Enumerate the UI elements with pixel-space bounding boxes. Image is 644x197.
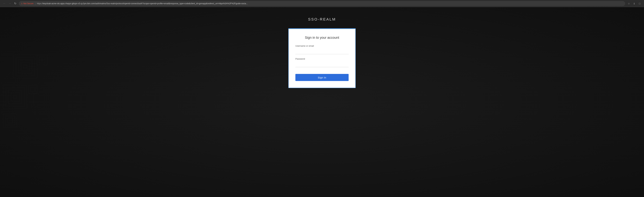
page-content: SSO-REALM Sign in to your account Userna… <box>0 7 644 197</box>
nav-buttons: ← → ↻ <box>2 1 18 6</box>
svg-rect-0 <box>14 55 37 78</box>
password-label: Password <box>296 58 348 60</box>
svg-rect-10 <box>8 90 22 104</box>
login-form: Username or email Password Sign In <box>296 44 348 81</box>
forward-icon: → <box>8 2 11 5</box>
svg-rect-14 <box>31 87 35 92</box>
username-input[interactable] <box>296 48 348 54</box>
separator: | <box>35 2 36 5</box>
svg-rect-5 <box>37 55 47 65</box>
warning-icon: ⚠ <box>21 2 23 5</box>
bookmark-button[interactable]: ☆ <box>626 1 631 6</box>
svg-rect-15 <box>3 114 17 127</box>
card-heading: Sign in to your account <box>296 36 348 40</box>
svg-rect-12 <box>14 95 17 99</box>
browser-actions: ☆ ⇓ □ <box>626 1 642 6</box>
svg-rect-7 <box>42 59 43 60</box>
login-card: Sign in to your account Username or emai… <box>288 28 356 88</box>
reload-icon: ↻ <box>14 2 16 5</box>
security-warning: ⚠ Not Secure <box>21 2 34 5</box>
svg-rect-18 <box>10 120 10 121</box>
url-domain: keycloak-acme-olo.apps.rhaqur-gitops-v3.… <box>43 2 248 5</box>
url-https: https:// <box>37 2 43 5</box>
sign-in-button[interactable]: Sign In <box>296 74 348 81</box>
username-group: Username or email <box>296 44 348 54</box>
password-input[interactable] <box>296 61 348 67</box>
svg-rect-13 <box>29 85 37 94</box>
username-label: Username or email <box>296 44 348 47</box>
back-button[interactable]: ← <box>2 1 7 6</box>
svg-rect-9 <box>6 88 24 106</box>
reload-button[interactable]: ↻ <box>13 1 18 6</box>
fullscreen-icon: □ <box>639 2 640 5</box>
password-group: Password <box>296 58 348 67</box>
svg-rect-6 <box>39 57 45 63</box>
svg-rect-16 <box>6 116 15 125</box>
not-secure-text: Not Secure <box>24 2 34 5</box>
svg-rect-4 <box>24 65 27 68</box>
svg-rect-11 <box>11 93 19 101</box>
downloads-icon: ⇓ <box>633 2 635 5</box>
downloads-button[interactable]: ⇓ <box>632 1 636 6</box>
background-decoration <box>0 7 59 197</box>
bookmark-icon: ☆ <box>628 2 630 5</box>
svg-rect-8 <box>3 85 27 109</box>
svg-rect-2 <box>18 60 32 74</box>
browser-chrome: ← → ↻ ⚠ Not Secure | https://keycloak-ac… <box>0 0 644 7</box>
svg-rect-3 <box>21 62 30 71</box>
svg-rect-1 <box>16 58 34 76</box>
forward-button[interactable]: → <box>8 1 12 6</box>
fullscreen-button[interactable]: □ <box>637 1 642 6</box>
url-text: https://keycloak-acme-olo.apps.rhaqur-gi… <box>37 2 623 5</box>
page-title: SSO-REALM <box>308 17 336 22</box>
address-bar[interactable]: ⚠ Not Secure | https://keycloak-acme-olo… <box>19 1 625 6</box>
svg-rect-17 <box>8 118 12 123</box>
back-icon: ← <box>3 2 6 5</box>
